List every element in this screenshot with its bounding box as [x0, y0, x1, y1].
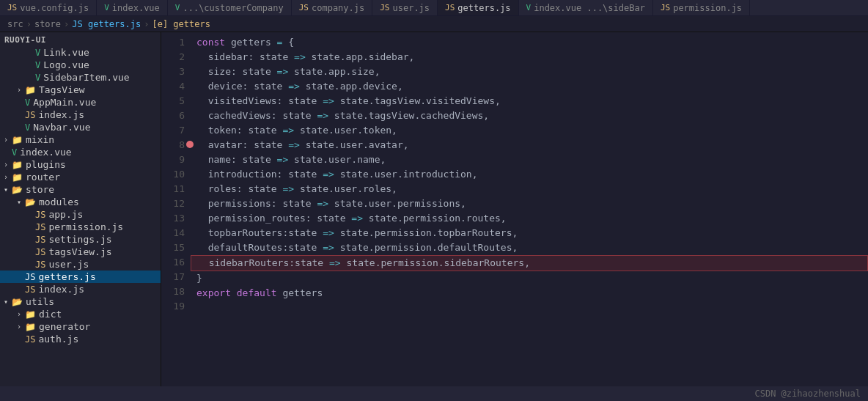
sidebar-item-logo-vue[interactable]: V Logo.vue — [0, 59, 161, 71]
breadcrumb-sep3: › — [144, 19, 149, 29]
sidebar-item-label: user.js — [48, 259, 89, 270]
watermark: CSDN @zihaozhenshual — [755, 389, 861, 399]
bottom-bar: CSDN @zihaozhenshual — [0, 386, 868, 401]
sidebar-item-tagsview-js[interactable]: JS tagsView.js — [0, 246, 161, 258]
tab-index-vue[interactable]: V index.vue — [97, 0, 168, 16]
code-content: 12345 678910 1112131415 16171819 const g… — [161, 32, 868, 386]
vue-file-icon: V — [12, 147, 17, 158]
code-editor[interactable]: 12345 678910 1112131415 16171819 const g… — [161, 32, 868, 386]
sidebar-item-label: modules — [39, 196, 79, 207]
folder-open-icon: 📂 — [12, 297, 23, 307]
sidebar-item-settings-js[interactable]: JS settings.js — [0, 233, 161, 246]
folder-icon: 📁 — [25, 309, 36, 320]
sidebar-item-label: AppMain.vue — [33, 97, 96, 108]
sidebar-item-appmain-vue[interactable]: V AppMain.vue — [0, 96, 161, 108]
sidebar-item-index-js-layout[interactable]: JS index.js — [0, 108, 161, 121]
breadcrumb-file: JS getters.js — [72, 19, 141, 29]
sidebar-item-generator[interactable]: 📁 generator — [0, 320, 161, 333]
breadcrumb-sep1: › — [26, 19, 32, 29]
code-line-2: sidebar: state => state.app.sidebar, — [191, 50, 868, 65]
sidebar-item-label: auth.js — [38, 334, 78, 345]
sidebar-item-label: TagsView — [39, 84, 85, 95]
sidebar-item-getters-js[interactable]: JS getters.js — [0, 271, 161, 283]
arrow-icon — [0, 161, 12, 169]
sidebar-item-navbar-vue[interactable]: V Navbar.vue — [0, 121, 161, 133]
arrow-icon — [0, 173, 12, 181]
sidebar-item-modules[interactable]: 📂 modules — [0, 196, 161, 208]
code-text: const getters = { sidebar: state => stat… — [191, 32, 868, 386]
sidebar-item-index-vue[interactable]: V index.vue — [0, 146, 161, 158]
code-line-18: export default getters — [191, 286, 868, 301]
sidebar-item-label: settings.js — [48, 234, 111, 245]
tab-index-sidebar[interactable]: V index.vue ...\sideBar — [519, 0, 653, 16]
breadcrumb-symbol: [e] getters — [152, 19, 210, 29]
sidebar-item-mixin[interactable]: 📁 mixin — [0, 133, 161, 146]
sidebar-item-label: app.js — [48, 209, 83, 220]
sidebar-item-user-js[interactable]: JS user.js — [0, 258, 161, 271]
tab-vue-icon3: V — [526, 3, 532, 12]
folder-open-icon: 📂 — [25, 197, 36, 207]
code-line-14: topbarRouters:state => state.permission.… — [191, 226, 868, 240]
tab-getters-js[interactable]: JS getters.js — [438, 0, 519, 16]
code-line-9: name: state => state.user.name, — [191, 152, 868, 167]
code-line-8: avatar: state => state.user.avatar, — [191, 138, 868, 152]
sidebar-item-permission-js[interactable]: JS permission.js — [0, 221, 161, 233]
tab-js-icon3: JS — [380, 3, 389, 12]
code-line-10: introduction: state => state.user.introd… — [191, 167, 868, 182]
sidebar-item-label: plugins — [26, 159, 66, 170]
tab-vue-icon: V — [104, 3, 109, 12]
main-area: RUOYI-UI V Link.vue V Logo.vue V Sidebar… — [0, 32, 868, 386]
sidebar-item-label: generator — [39, 321, 90, 332]
sidebar-item-label: router — [26, 172, 60, 183]
tab-js-icon2: JS — [299, 3, 309, 12]
sidebar-item-tagsview[interactable]: 📁 TagsView — [0, 84, 161, 96]
sidebar-item-app-js[interactable]: JS app.js — [0, 208, 161, 221]
sidebar-item-store[interactable]: 📂 store — [0, 183, 161, 196]
breadcrumb-sep2: › — [64, 19, 69, 29]
breadcrumb-src: src — [7, 19, 23, 29]
js-file-icon: JS — [25, 110, 35, 120]
code-line-11: roles: state => state.user.roles, — [191, 182, 868, 196]
sidebar-item-link-vue[interactable]: V Link.vue — [0, 46, 161, 59]
sidebar-item-router[interactable]: 📁 router — [0, 171, 161, 183]
arrow-icon — [0, 185, 12, 194]
folder-icon: 📁 — [25, 85, 36, 95]
folder-icon: 📁 — [12, 135, 23, 145]
code-line-1: const getters = { — [191, 35, 868, 50]
code-line-4: device: state => state.app.device, — [191, 79, 868, 94]
code-line-13: permission_routes: state => state.permis… — [191, 211, 868, 226]
tab-user-js[interactable]: JS user.js — [372, 0, 438, 16]
tab-company-js[interactable]: JS company.js — [292, 0, 373, 16]
breadcrumb-store: store — [34, 19, 61, 29]
sidebar-item-plugins[interactable]: 📁 plugins — [0, 158, 161, 171]
code-line-15: defaultRoutes:state => state.permission.… — [191, 240, 868, 255]
folder-icon: 📁 — [12, 172, 23, 183]
sidebar-item-label: index.js — [38, 109, 84, 120]
breadcrumb: src › store › JS getters.js › [e] getter… — [0, 16, 868, 32]
folder-icon: 📁 — [12, 160, 23, 170]
sidebar: RUOYI-UI V Link.vue V Logo.vue V Sidebar… — [0, 32, 161, 386]
sidebar-item-label: SidebarItem.vue — [43, 72, 129, 83]
sidebar-item-auth-js[interactable]: JS auth.js — [0, 333, 161, 345]
tab-vue-config[interactable]: JS vue.config.js — [0, 0, 97, 16]
arrow-icon — [13, 86, 25, 94]
sidebar-item-dict[interactable]: 📁 dict — [0, 308, 161, 320]
code-line-5: visitedViews: state => state.tagsView.vi… — [191, 94, 868, 108]
vue-file-icon: V — [35, 48, 40, 58]
tab-customer-company[interactable]: V ...\customerCompany — [168, 0, 292, 16]
sidebar-item-sidebaritem-vue[interactable]: V SidebarItem.vue — [0, 71, 161, 84]
sidebar-item-label: index.js — [38, 284, 84, 295]
sidebar-item-utils[interactable]: 📂 utils — [0, 295, 161, 308]
code-line-7: token: state => state.user.token, — [191, 123, 868, 138]
sidebar-item-store-index-js[interactable]: JS index.js — [0, 283, 161, 295]
code-line-6: cachedViews: state => state.tagsView.cac… — [191, 108, 868, 123]
sidebar-section-label: RUOYI-UI — [0, 34, 161, 46]
tab-js-icon4: JS — [445, 3, 455, 12]
vue-file-icon: V — [25, 98, 30, 108]
js-file-icon: JS — [35, 222, 45, 232]
folder-icon: 📁 — [25, 322, 36, 332]
arrow-icon — [0, 298, 12, 306]
code-line-16: sidebarRouters:state => state.permission… — [191, 255, 868, 271]
tab-permission-js[interactable]: JS permission.js — [653, 0, 750, 16]
js-file-icon: JS — [35, 260, 45, 270]
